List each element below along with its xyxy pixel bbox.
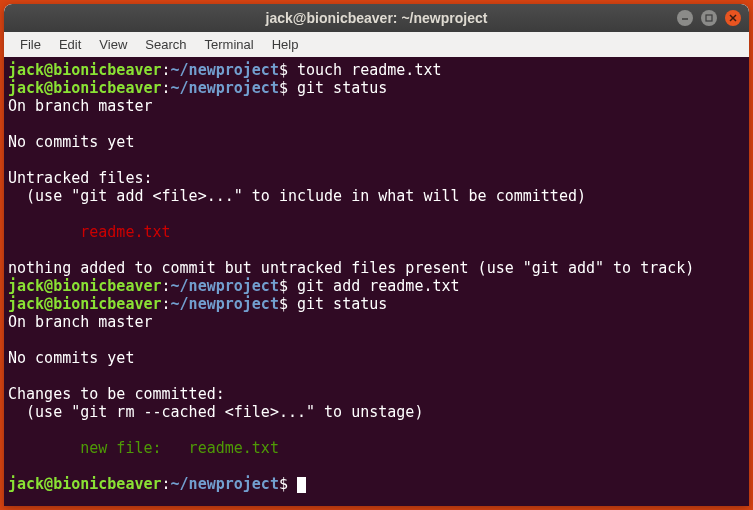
terminal-output-line: nothing added to commit but untracked fi… <box>8 259 745 277</box>
terminal-blank-line <box>8 331 745 349</box>
terminal-output-line: No commits yet <box>8 133 745 151</box>
prompt-symbol: $ <box>279 61 297 79</box>
titlebar[interactable]: jack@bionicbeaver: ~/newproject <box>4 4 749 32</box>
minimize-button[interactable] <box>677 10 693 26</box>
terminal-output-line: (use "git add <file>..." to include in w… <box>8 187 745 205</box>
terminal-output-line: On branch master <box>8 97 745 115</box>
terminal-window: jack@bionicbeaver: ~/newproject File Edi… <box>4 4 749 506</box>
terminal-line: jack@bionicbeaver:~/newproject$ <box>8 475 745 493</box>
command-text: git add readme.txt <box>297 277 460 295</box>
prompt-path: ~/newproject <box>171 277 279 295</box>
terminal-line: jack@bionicbeaver:~/newproject$ touch re… <box>8 61 745 79</box>
terminal-output-line: Untracked files: <box>8 169 745 187</box>
terminal-line: jack@bionicbeaver:~/newproject$ git stat… <box>8 79 745 97</box>
terminal-line: jack@bionicbeaver:~/newproject$ git add … <box>8 277 745 295</box>
prompt-separator: : <box>162 277 171 295</box>
terminal-output-line: No commits yet <box>8 349 745 367</box>
menu-view[interactable]: View <box>91 35 135 54</box>
prompt-separator: : <box>162 295 171 313</box>
terminal-output-line: On branch master <box>8 313 745 331</box>
terminal-blank-line <box>8 421 745 439</box>
svg-rect-1 <box>706 15 712 21</box>
prompt-symbol: $ <box>279 79 297 97</box>
cursor <box>297 477 306 493</box>
prompt-separator: : <box>162 79 171 97</box>
terminal-blank-line <box>8 205 745 223</box>
prompt-symbol: $ <box>279 277 297 295</box>
maximize-button[interactable] <box>701 10 717 26</box>
command-text: git status <box>297 295 387 313</box>
prompt-path: ~/newproject <box>171 475 279 493</box>
terminal-line: jack@bionicbeaver:~/newproject$ git stat… <box>8 295 745 313</box>
menu-edit[interactable]: Edit <box>51 35 89 54</box>
command-text: git status <box>297 79 387 97</box>
prompt-userhost: jack@bionicbeaver <box>8 79 162 97</box>
command-text: touch readme.txt <box>297 61 442 79</box>
terminal-output-line: Changes to be committed: <box>8 385 745 403</box>
prompt-userhost: jack@bionicbeaver <box>8 277 162 295</box>
terminal-blank-line <box>8 151 745 169</box>
terminal-blank-line <box>8 241 745 259</box>
terminal-blank-line <box>8 367 745 385</box>
prompt-separator: : <box>162 475 171 493</box>
prompt-userhost: jack@bionicbeaver <box>8 61 162 79</box>
window-title: jack@bionicbeaver: ~/newproject <box>266 10 488 26</box>
menu-help[interactable]: Help <box>264 35 307 54</box>
prompt-symbol: $ <box>279 295 297 313</box>
prompt-separator: : <box>162 61 171 79</box>
prompt-path: ~/newproject <box>171 61 279 79</box>
menu-file[interactable]: File <box>12 35 49 54</box>
terminal-body[interactable]: jack@bionicbeaver:~/newproject$ touch re… <box>4 57 749 506</box>
window-controls <box>677 10 741 26</box>
prompt-symbol: $ <box>279 475 297 493</box>
terminal-blank-line <box>8 115 745 133</box>
prompt-path: ~/newproject <box>171 295 279 313</box>
terminal-output-line: (use "git rm --cached <file>..." to unst… <box>8 403 745 421</box>
terminal-output-line: readme.txt <box>8 223 745 241</box>
menubar: File Edit View Search Terminal Help <box>4 32 749 57</box>
menu-search[interactable]: Search <box>137 35 194 54</box>
terminal-output-line: new file: readme.txt <box>8 439 745 457</box>
terminal-blank-line <box>8 457 745 475</box>
prompt-path: ~/newproject <box>171 79 279 97</box>
menu-terminal[interactable]: Terminal <box>197 35 262 54</box>
close-button[interactable] <box>725 10 741 26</box>
prompt-userhost: jack@bionicbeaver <box>8 295 162 313</box>
prompt-userhost: jack@bionicbeaver <box>8 475 162 493</box>
